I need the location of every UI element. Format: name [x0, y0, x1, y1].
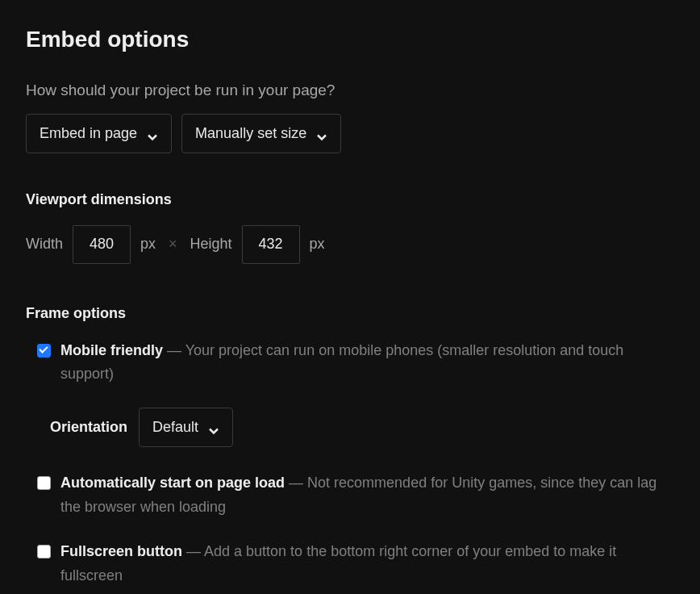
viewport-dimensions-row: Width px × Height px — [26, 225, 674, 264]
height-input[interactable] — [242, 225, 300, 264]
orientation-dropdown[interactable]: Default — [139, 408, 233, 447]
height-label: Height — [190, 233, 232, 255]
fullscreen-option: Fullscreen button — Add a button to the … — [26, 540, 674, 588]
viewport-heading: Viewport dimensions — [26, 189, 674, 211]
mobile-friendly-checkbox[interactable] — [37, 344, 51, 358]
width-unit: px — [140, 233, 156, 255]
autostart-text: Automatically start on page load — Not r… — [60, 471, 674, 519]
fullscreen-text: Fullscreen button — Add a button to the … — [60, 540, 674, 588]
times-icon: × — [165, 233, 181, 255]
orientation-value: Default — [152, 416, 198, 438]
fullscreen-checkbox[interactable] — [37, 545, 51, 558]
orientation-label: Orientation — [50, 416, 127, 438]
width-input[interactable] — [73, 225, 131, 264]
page-title: Embed options — [26, 23, 674, 56]
height-unit: px — [310, 233, 325, 255]
mobile-friendly-label: Mobile friendly — [60, 342, 163, 358]
chevron-down-icon — [208, 421, 219, 433]
chevron-down-icon — [316, 128, 327, 139]
autostart-checkbox[interactable] — [37, 476, 51, 490]
dash: — — [182, 543, 204, 559]
dropdown-row: Embed in page Manually set size — [26, 114, 674, 153]
width-label: Width — [26, 233, 63, 255]
autostart-option: Automatically start on page load — Not r… — [26, 471, 674, 519]
embed-question: How should your project be run in your p… — [26, 79, 674, 102]
size-mode-label: Manually set size — [195, 123, 306, 144]
embed-mode-dropdown[interactable]: Embed in page — [26, 114, 172, 153]
orientation-row: Orientation Default — [26, 408, 674, 447]
mobile-friendly-text: Mobile friendly — Your project can run o… — [60, 339, 674, 387]
frame-heading: Frame options — [26, 303, 674, 324]
size-mode-dropdown[interactable]: Manually set size — [181, 114, 341, 153]
frame-options: Mobile friendly — Your project can run o… — [26, 339, 674, 595]
embed-mode-label: Embed in page — [40, 123, 137, 144]
dash: — — [163, 342, 185, 358]
fullscreen-label: Fullscreen button — [60, 543, 182, 559]
dash: — — [285, 475, 307, 491]
chevron-down-icon — [147, 128, 158, 139]
mobile-friendly-option: Mobile friendly — Your project can run o… — [26, 339, 674, 387]
autostart-label: Automatically start on page load — [60, 475, 285, 491]
